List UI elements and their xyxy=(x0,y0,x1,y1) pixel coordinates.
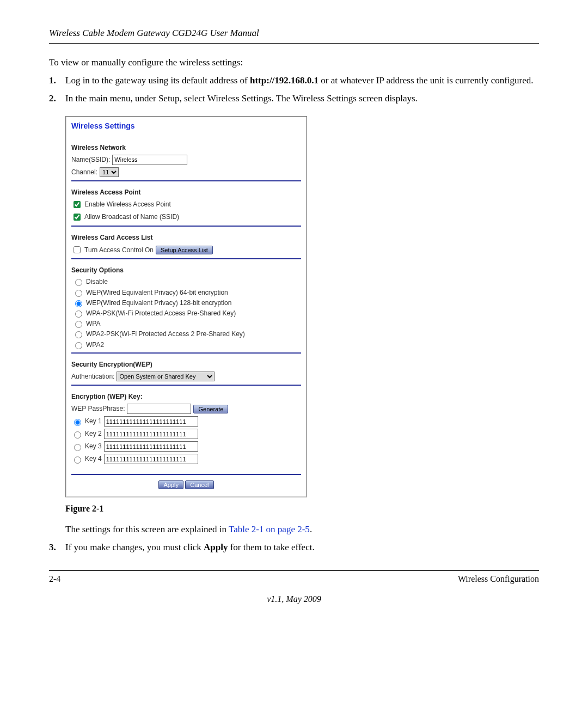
step-1-text-a: Log in to the gateway using its default … xyxy=(65,75,250,86)
key4-radio[interactable] xyxy=(74,457,81,464)
sec-opt-label: WPA xyxy=(86,319,100,328)
wireless-settings-screenshot: Wireless Settings Wireless Network Name(… xyxy=(65,116,307,498)
page-number: 2-4 xyxy=(49,573,60,585)
key1-label: Key 1 xyxy=(85,417,102,425)
explain-paragraph: The settings for this screen are explain… xyxy=(65,524,539,536)
channel-select[interactable]: 11 xyxy=(100,167,119,177)
channel-label: Channel: xyxy=(71,168,97,176)
section-wep-key: Encryption (WEP) Key: xyxy=(71,392,301,401)
key4-label: Key 4 xyxy=(85,454,102,463)
access-control-checkbox[interactable] xyxy=(74,246,81,253)
apply-button[interactable]: Apply xyxy=(158,480,183,489)
step-text: Log in to the gateway using its default … xyxy=(65,75,539,87)
broadcast-ssid-label: Allow Broadcast of Name (SSID) xyxy=(84,212,179,221)
key1-input[interactable] xyxy=(104,416,198,427)
key3-radio[interactable] xyxy=(74,444,81,451)
step-number: 2. xyxy=(49,93,65,105)
key3-label: Key 3 xyxy=(85,442,102,451)
access-control-label: Turn Access Control On xyxy=(84,246,154,254)
step-1: 1. Log in to the gateway using its defau… xyxy=(49,75,539,87)
section-divider xyxy=(71,258,301,259)
sec-opt-label: WPA2 xyxy=(86,340,104,349)
key4-input[interactable] xyxy=(104,454,198,464)
section-divider xyxy=(71,226,301,227)
explain-text-b: . xyxy=(310,524,312,534)
sec-opt-label: WPA-PSK(Wi-Fi Protected Access Pre-Share… xyxy=(86,309,236,318)
table-link[interactable]: Table 2-1 on page 2-5 xyxy=(229,524,310,534)
key2-radio[interactable] xyxy=(74,431,81,439)
ssid-input[interactable] xyxy=(112,155,187,165)
page-header-title: Wireless Cable Modem Gateway CGD24G User… xyxy=(49,27,539,40)
authentication-label: Authentication: xyxy=(71,372,114,381)
section-wep-encryption: Security Encryption(WEP) xyxy=(71,360,301,369)
section-divider xyxy=(71,180,301,181)
section-name: Wireless Configuration xyxy=(458,573,539,585)
sec-opt-wep128[interactable] xyxy=(75,300,82,307)
explain-text-a: The settings for this screen are explain… xyxy=(65,524,229,534)
sec-opt-label: Disable xyxy=(86,277,108,286)
sec-opt-wpa2[interactable] xyxy=(75,342,82,349)
key3-input[interactable] xyxy=(104,441,198,452)
step-1-text-b: or at whatever IP address the unit is cu… xyxy=(318,75,534,86)
enable-ap-checkbox[interactable] xyxy=(74,201,81,208)
step-1-url: http://192.168.0.1 xyxy=(250,75,318,86)
step-3: 3. If you make changes, you must click A… xyxy=(49,541,539,554)
sec-opt-label: WEP(Wired Equivalent Privacy) 128-bit en… xyxy=(86,299,231,307)
version-footer: v1.1, May 2009 xyxy=(49,593,539,605)
security-options-group: Disable WEP(Wired Equivalent Privacy) 64… xyxy=(72,277,301,349)
authentication-select[interactable]: Open System or Shared Key xyxy=(117,372,215,381)
intro-paragraph: To view or manually configure the wirele… xyxy=(49,57,539,69)
step-2: 2. In the main menu, under Setup, select… xyxy=(49,93,539,105)
cancel-button[interactable]: Cancel xyxy=(185,480,213,489)
key1-radio[interactable] xyxy=(74,419,81,426)
sec-opt-label: WPA2-PSK(Wi-Fi Protected Access 2 Pre-Sh… xyxy=(86,330,245,338)
sec-opt-wpa2psk[interactable] xyxy=(75,331,82,338)
broadcast-ssid-checkbox[interactable] xyxy=(74,214,81,221)
key2-input[interactable] xyxy=(104,429,198,439)
section-wireless-network: Wireless Network xyxy=(71,143,301,152)
generate-button[interactable]: Generate xyxy=(193,405,228,413)
setup-access-list-button[interactable]: Setup Access List xyxy=(156,246,213,254)
step-3-text-a: If you make changes, you must click xyxy=(65,542,204,552)
panel-title: Wireless Settings xyxy=(71,120,301,137)
enable-ap-label: Enable Wireless Access Point xyxy=(84,200,171,209)
section-divider xyxy=(71,385,301,386)
wep-passphrase-input[interactable] xyxy=(127,404,191,414)
step-number: 3. xyxy=(49,541,65,554)
step-text: In the main menu, under Setup, select Wi… xyxy=(65,93,539,105)
wep-passphrase-label: WEP PassPhrase: xyxy=(71,404,125,413)
figure-caption: Figure 2-1 xyxy=(65,503,539,515)
sec-opt-label: WEP(Wired Equivalent Privacy) 64-bit enc… xyxy=(86,288,228,297)
section-access-list: Wireless Card Access List xyxy=(71,233,301,242)
step-text: If you make changes, you must click Appl… xyxy=(65,541,539,554)
sec-opt-wep64[interactable] xyxy=(75,290,82,297)
sec-opt-wpapsk[interactable] xyxy=(75,311,82,318)
steps-list-cont: 3. If you make changes, you must click A… xyxy=(49,541,539,554)
ssid-label: Name(SSID): xyxy=(71,155,110,164)
step-3-text-b: for them to take effect. xyxy=(228,542,314,552)
sec-opt-disable[interactable] xyxy=(75,279,82,286)
section-divider xyxy=(71,352,301,354)
page-footer: 2-4 Wireless Configuration xyxy=(49,570,539,585)
step-3-apply: Apply xyxy=(204,542,228,552)
sec-opt-wpa[interactable] xyxy=(75,321,82,328)
steps-list: 1. Log in to the gateway using its defau… xyxy=(49,75,539,105)
section-wireless-ap: Wireless Access Point xyxy=(71,188,301,197)
section-security-options: Security Options xyxy=(71,266,301,275)
header-divider xyxy=(49,43,539,44)
section-divider xyxy=(71,474,301,475)
key2-label: Key 2 xyxy=(85,429,102,438)
step-number: 1. xyxy=(49,75,65,87)
